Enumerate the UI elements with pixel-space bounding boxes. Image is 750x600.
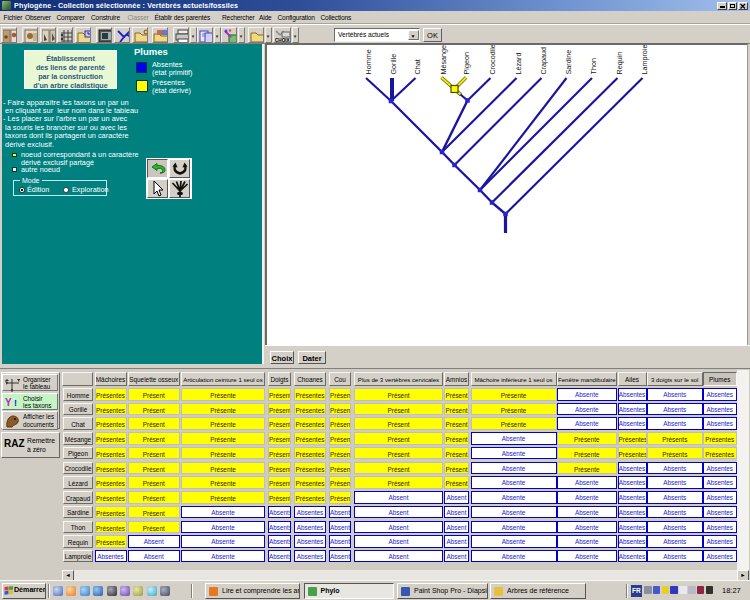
svg-text:Chat: Chat xyxy=(413,59,422,74)
svg-text:Gorille: Gorille xyxy=(389,54,398,75)
svg-text:Crocodile: Crocodile xyxy=(488,45,497,75)
svg-text:!: ! xyxy=(14,398,17,408)
svg-text:Lamproie: Lamproie xyxy=(640,45,649,75)
svg-text:Sardine: Sardine xyxy=(564,50,573,75)
svg-text:Thon: Thon xyxy=(589,58,598,74)
svg-text:Requin: Requin xyxy=(615,52,624,75)
svg-text:Mésange: Mésange xyxy=(439,45,448,75)
svg-text:Homme: Homme xyxy=(364,49,373,74)
svg-text:CHOIX: CHOIX xyxy=(275,38,290,43)
svg-text:Pigeon: Pigeon xyxy=(462,52,471,74)
svg-text:Y: Y xyxy=(5,397,12,408)
svg-text:Crapaud: Crapaud xyxy=(539,47,548,75)
svg-text:Lézard: Lézard xyxy=(514,53,523,75)
